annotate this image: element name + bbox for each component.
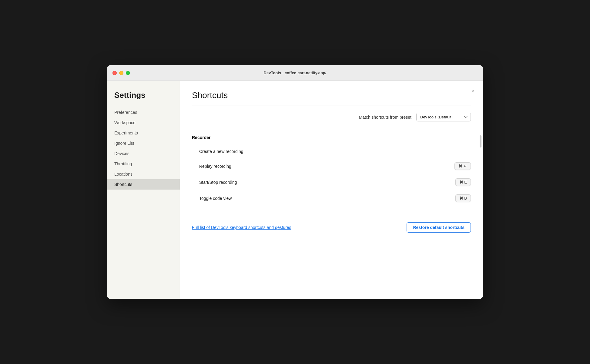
preset-select[interactable]: DevTools (Default) Visual Studio Code (416, 113, 471, 121)
shortcut-key-toggle[interactable]: ⌘ B (455, 194, 471, 202)
sidebar-item-experiments[interactable]: Experiments (107, 128, 180, 138)
shortcut-row-replay: Replay recording ⌘ ↵ (192, 158, 471, 174)
page-title: Shortcuts (192, 91, 471, 100)
preset-row: Match shortcuts from preset DevTools (De… (192, 113, 471, 121)
shortcut-row-toggle: Toggle code view ⌘ B (192, 190, 471, 206)
shortcut-name-create: Create a new recording (199, 149, 471, 154)
scrollbar-track (479, 135, 482, 269)
title-divider (192, 105, 471, 105)
shortcut-row-startstop: Start/Stop recording ⌘ E (192, 174, 471, 190)
main-panel: × Shortcuts Match shortcuts from preset … (180, 81, 483, 299)
devtools-window: DevTools - coffee-cart.netlify.app/ Sett… (107, 65, 483, 299)
sidebar: Settings Preferences Workspace Experimen… (107, 81, 180, 299)
sidebar-item-devices[interactable]: Devices (107, 148, 180, 159)
traffic-lights (112, 71, 130, 75)
content-area: Settings Preferences Workspace Experimen… (107, 81, 483, 299)
shortcut-name-replay: Replay recording (199, 164, 454, 169)
section-divider (192, 129, 471, 129)
shortcut-name-toggle: Toggle code view (199, 196, 455, 201)
sidebar-item-preferences[interactable]: Preferences (107, 107, 180, 117)
section-header-recorder: Recorder (192, 135, 471, 140)
minimize-traffic-light[interactable] (119, 71, 123, 75)
scrollbar-thumb[interactable] (480, 135, 481, 147)
shortcut-key-startstop[interactable]: ⌘ E (455, 178, 471, 186)
sidebar-item-locations[interactable]: Locations (107, 169, 180, 179)
close-button[interactable]: × (468, 87, 477, 95)
titlebar: DevTools - coffee-cart.netlify.app/ (107, 65, 483, 81)
close-traffic-light[interactable] (112, 71, 117, 75)
sidebar-item-shortcuts[interactable]: Shortcuts (107, 179, 180, 190)
preset-label: Match shortcuts from preset (359, 115, 411, 120)
sidebar-item-workspace[interactable]: Workspace (107, 117, 180, 128)
shortcut-name-startstop: Start/Stop recording (199, 180, 455, 185)
restore-defaults-button[interactable]: Restore default shortcuts (407, 222, 471, 233)
maximize-traffic-light[interactable] (126, 71, 130, 75)
window-title: DevTools - coffee-cart.netlify.app/ (264, 71, 327, 75)
settings-heading: Settings (107, 91, 180, 107)
shortcut-list: Create a new recording Replay recording … (192, 145, 471, 206)
shortcut-key-replay[interactable]: ⌘ ↵ (454, 162, 471, 170)
keyboard-shortcuts-link[interactable]: Full list of DevTools keyboard shortcuts… (192, 225, 291, 230)
sidebar-item-ignore-list[interactable]: Ignore List (107, 138, 180, 148)
shortcut-row-create: Create a new recording (192, 145, 471, 158)
bottom-section: Full list of DevTools keyboard shortcuts… (192, 216, 471, 233)
sidebar-item-throttling[interactable]: Throttling (107, 159, 180, 169)
